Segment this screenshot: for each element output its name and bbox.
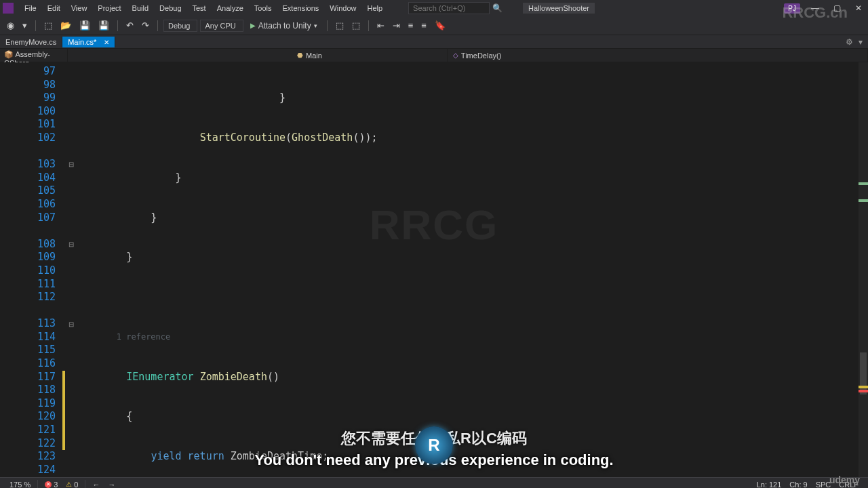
outdent-icon[interactable]: ⇥: [390, 19, 403, 32]
class-label: Main: [306, 52, 322, 60]
debug-target-button[interactable]: ▶ Attach to Unity ▾: [246, 20, 321, 32]
new-project-icon[interactable]: ⬚: [41, 19, 55, 32]
menu-build[interactable]: Build: [127, 1, 154, 15]
warning-icon: ⚠: [66, 481, 72, 488]
method-icon: ◇: [453, 52, 458, 59]
fold-toggle[interactable]: ⊟: [65, 317, 77, 331]
uncomment-icon[interactable]: ≡: [418, 19, 429, 32]
config-dropdown[interactable]: Debug: [163, 20, 197, 32]
indent-icon[interactable]: ⇤: [374, 19, 387, 32]
chevron-down-icon: ▾: [314, 22, 317, 29]
close-button[interactable]: ✕: [852, 3, 865, 13]
errors-count[interactable]: ✕ 3: [41, 481, 62, 489]
comment-icon[interactable]: ≡: [406, 19, 416, 32]
menu-window[interactable]: Window: [324, 1, 361, 15]
navigate-forward-icon[interactable]: ▾: [20, 19, 30, 32]
line-number-gutter: 97 98 99 100 101 102 103 104 105 106 107…: [0, 62, 62, 477]
class-dropdown[interactable]: ⬣ Main: [68, 49, 448, 62]
navigation-bar: 📦 Assembly-CSharp ⬣ Main ◇ TimeDelay(): [0, 49, 868, 62]
member-dropdown[interactable]: ◇ TimeDelay(): [448, 49, 868, 62]
navigate-back-icon[interactable]: ◉: [4, 19, 17, 32]
assembly-icon: 📦: [4, 50, 14, 58]
class-icon: ⬣: [297, 52, 303, 59]
user-badge[interactable]: PJ: [784, 3, 800, 14]
minimize-button[interactable]: —: [808, 3, 822, 13]
search-icon[interactable]: 🔍: [492, 3, 502, 13]
save-all-icon[interactable]: 💾: [96, 19, 112, 32]
menu-project[interactable]: Project: [92, 1, 126, 15]
menu-analyze[interactable]: Analyze: [212, 1, 249, 15]
vs-logo-icon: [3, 3, 14, 14]
platform-dropdown[interactable]: Any CPU: [200, 20, 243, 32]
fold-column: ⊟ ⊟ ⊟: [65, 62, 77, 477]
menu-view[interactable]: View: [66, 1, 93, 15]
menubar: File Edit View Project Build Debug Test …: [19, 1, 388, 15]
toolbar-icon[interactable]: ⬚: [349, 19, 363, 32]
tab-label: Main.cs*: [68, 38, 96, 46]
document-tabs: EnemyMove.cs Main.cs* ✕ ⚙ ▾: [0, 35, 868, 49]
assembly-dropdown[interactable]: 📦 Assembly-CSharp: [0, 49, 68, 62]
tab-main[interactable]: Main.cs* ✕: [62, 37, 115, 47]
menu-extensions[interactable]: Extensions: [277, 1, 325, 15]
solution-name[interactable]: HalloweenShooter: [523, 3, 595, 14]
close-icon[interactable]: ✕: [104, 39, 109, 46]
titlebar: File Edit View Project Build Debug Test …: [0, 0, 868, 16]
member-label: TimeDelay(): [461, 52, 502, 60]
save-icon[interactable]: 💾: [77, 19, 93, 32]
menu-edit[interactable]: Edit: [42, 1, 66, 15]
search-input[interactable]: [408, 2, 490, 14]
open-icon[interactable]: 📂: [58, 19, 74, 32]
code-editor[interactable]: 97 98 99 100 101 102 103 104 105 106 107…: [0, 62, 868, 477]
tab-enemymove[interactable]: EnemyMove.cs: [0, 37, 62, 47]
gear-icon[interactable]: ⚙: [846, 37, 853, 47]
maximize-button[interactable]: ▢: [830, 3, 844, 13]
menu-file[interactable]: File: [19, 1, 42, 15]
redo-icon[interactable]: ↷: [139, 19, 152, 32]
debug-target-label: Attach to Unity: [258, 21, 311, 30]
error-icon: ✕: [45, 481, 52, 488]
play-icon: ▶: [250, 22, 256, 29]
zoom-level[interactable]: 175 %: [5, 481, 35, 489]
bookmark-icon[interactable]: 🔖: [432, 19, 448, 32]
fold-toggle[interactable]: ⊟: [65, 158, 77, 171]
vertical-scrollbar[interactable]: [859, 62, 868, 477]
menu-test[interactable]: Test: [187, 1, 212, 15]
menu-tools[interactable]: Tools: [249, 1, 277, 15]
toolbar-icon[interactable]: ⬚: [333, 19, 347, 32]
code-content[interactable]: } StartCoroutine(GhostDeath()); } } } 1 …: [77, 62, 868, 477]
menu-help[interactable]: Help: [361, 1, 388, 15]
fold-toggle[interactable]: ⊟: [65, 238, 77, 251]
toolbar: ◉ ▾ ⬚ 📂 💾 💾 ↶ ↷ Debug Any CPU ▶ Attach t…: [0, 16, 868, 35]
chevron-down-icon[interactable]: ▾: [859, 37, 863, 47]
menu-debug[interactable]: Debug: [154, 1, 186, 15]
undo-icon[interactable]: ↶: [123, 19, 136, 32]
